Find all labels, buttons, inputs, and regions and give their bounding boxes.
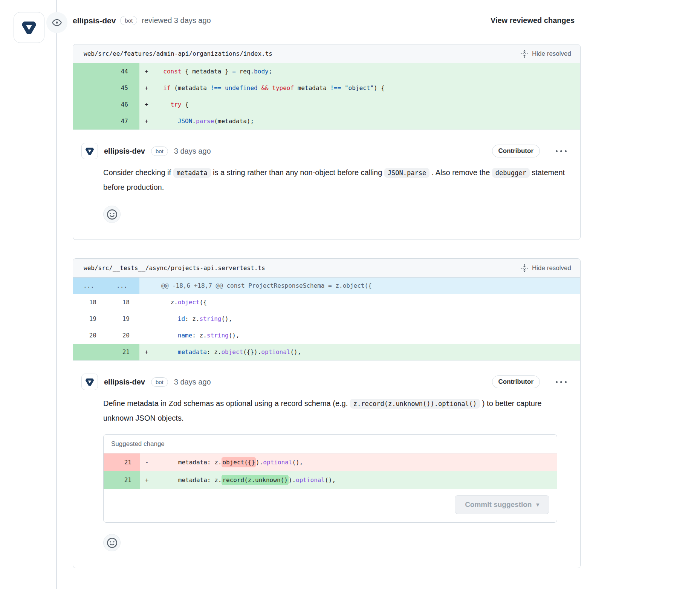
diff-sign: - <box>140 453 156 471</box>
hunk-gutter-new: ... <box>106 278 139 294</box>
code-line: JSON.parse(metadata); <box>156 113 580 130</box>
line-number-new: 19 <box>106 311 139 327</box>
diff-sign: + <box>139 113 156 130</box>
view-reviewed-changes-link[interactable]: View reviewed changes <box>491 16 575 25</box>
line-number-new: 21 <box>106 344 139 360</box>
suggestion-added-row: 21 + metadata: z.record(z.unknown()).opt… <box>104 471 557 489</box>
line-number: 21 <box>104 471 140 489</box>
review-header: ellipsis-dev bot reviewed 3 days ago Vie… <box>73 16 575 25</box>
review-meta: reviewed 3 days ago <box>142 16 211 25</box>
reaction-row <box>103 534 569 551</box>
kebab-menu-button[interactable] <box>556 150 567 152</box>
line-number-old <box>73 344 106 360</box>
smiley-icon <box>107 538 117 548</box>
code-line: metadata: z.object({}).optional(), <box>156 344 580 360</box>
comment-author[interactable]: ellipsis-dev <box>104 378 145 386</box>
line-number-new: 20 <box>106 327 139 344</box>
bot-badge: bot <box>151 146 168 156</box>
code-line: z.object({ <box>156 294 580 311</box>
hide-resolved-label: Hide resolved <box>532 264 571 272</box>
comment-avatar[interactable] <box>81 143 98 159</box>
review-thread-card: web/src/ee/features/admin-api/organizati… <box>73 44 581 240</box>
reaction-row <box>103 206 569 223</box>
commit-suggestion-label: Commit suggestion <box>465 500 532 509</box>
comment-header: ellipsis-dev bot 3 days ago Contributor <box>81 374 569 390</box>
line-number: 46 <box>73 96 139 113</box>
code-line: name: z.string(), <box>156 327 580 344</box>
suggested-change-label: Suggested change <box>104 435 557 453</box>
comment-body: Define metadata in Zod schemas as option… <box>103 396 569 425</box>
line-number: 44 <box>73 63 139 80</box>
hide-resolved-button[interactable]: Hide resolved <box>521 264 571 272</box>
reviewer-avatar[interactable] <box>14 12 44 43</box>
suggestion-removed-row: 21 - metadata: z.object({}).optional(), <box>104 453 557 471</box>
bot-badge: bot <box>151 377 168 387</box>
code-line: id: z.string(), <box>156 311 580 327</box>
comment-timestamp[interactable]: 3 days ago <box>174 147 211 156</box>
code-line: metadata: z.object({}).optional(), <box>156 453 557 471</box>
diff-row: 47 + JSON.parse(metadata); <box>73 113 580 130</box>
diff-sign: + <box>139 344 156 360</box>
diff-excerpt: ... ... @@ -18,6 +18,7 @@ const ProjectR… <box>73 278 580 361</box>
diff-row: 19 19 id: z.string(), <box>73 311 580 327</box>
comment-header: ellipsis-dev bot 3 days ago Contributor <box>81 143 569 159</box>
hide-resolved-label: Hide resolved <box>532 50 571 58</box>
line-number: 21 <box>104 453 140 471</box>
comment-avatar[interactable] <box>81 374 98 390</box>
diff-sign <box>139 327 156 344</box>
commit-suggestion-button[interactable]: Commit suggestion ▾ <box>455 495 549 514</box>
comment-body: Consider checking if metadata is a strin… <box>103 165 569 194</box>
hunk-gutter-old: ... <box>73 278 106 294</box>
fold-icon <box>521 264 528 272</box>
diff-row: 44 + const { metadata } = req.body; <box>73 63 580 80</box>
review-comment: ellipsis-dev bot 3 days ago Contributor … <box>73 130 580 240</box>
code-line: const { metadata } = req.body; <box>156 63 580 80</box>
diff-row: 21 + metadata: z.object({}).optional(), <box>73 344 580 360</box>
diff-sign <box>139 294 156 311</box>
review-thread-card: web/src/__tests__/async/projects-api.ser… <box>73 258 581 568</box>
smiley-icon <box>107 209 117 220</box>
diff-sign: + <box>139 80 156 96</box>
file-header: web/src/__tests__/async/projects-api.ser… <box>73 259 580 278</box>
diff-row: 46 + try { <box>73 96 580 113</box>
caret-down-icon: ▾ <box>536 501 539 508</box>
contributor-badge: Contributor <box>492 145 540 157</box>
pr-review-timeline: ellipsis-dev bot reviewed 3 days ago Vie… <box>0 0 700 589</box>
reviewer-name[interactable]: ellipsis-dev <box>73 16 116 25</box>
hide-resolved-button[interactable]: Hide resolved <box>521 50 571 58</box>
diff-sign: + <box>139 96 156 113</box>
line-number: 45 <box>73 80 139 96</box>
diff-row: 18 18 z.object({ <box>73 294 580 311</box>
suggested-change-block: Suggested change 21 - metadata: z.object… <box>103 434 557 523</box>
file-path-link[interactable]: web/src/__tests__/async/projects-api.ser… <box>84 264 265 272</box>
line-number-old: 18 <box>73 294 106 311</box>
kebab-menu-button[interactable] <box>556 381 567 383</box>
comment-author[interactable]: ellipsis-dev <box>104 147 145 156</box>
code-line: metadata: z.record(z.unknown()).optional… <box>156 471 557 489</box>
diff-row: 20 20 name: z.string(), <box>73 327 580 344</box>
line-number-old: 19 <box>73 311 106 327</box>
diff-sign: + <box>139 63 156 80</box>
file-header: web/src/ee/features/admin-api/organizati… <box>73 44 580 63</box>
diff-row: 45 + if (metadata !== undefined && typeo… <box>73 80 580 96</box>
ellipsis-logo-icon <box>19 18 39 37</box>
bot-badge: bot <box>120 16 137 25</box>
timeline-line <box>56 0 57 589</box>
code-line: if (metadata !== undefined && typeof met… <box>156 80 580 96</box>
review-comment: ellipsis-dev bot 3 days ago Contributor … <box>73 361 580 568</box>
line-number-new: 18 <box>106 294 139 311</box>
hunk-header-text: @@ -18,6 +18,7 @@ const ProjectResponseS… <box>139 278 580 294</box>
diff-sign <box>139 311 156 327</box>
comment-timestamp[interactable]: 3 days ago <box>174 378 211 386</box>
ellipsis-logo-icon <box>84 145 95 157</box>
file-path-link[interactable]: web/src/ee/features/admin-api/organizati… <box>84 50 272 57</box>
hunk-header-row: ... ... @@ -18,6 +18,7 @@ const ProjectR… <box>73 278 580 294</box>
contributor-badge: Contributor <box>492 375 540 388</box>
add-reaction-button[interactable] <box>103 206 121 223</box>
add-reaction-button[interactable] <box>103 534 121 551</box>
eye-icon <box>52 17 62 28</box>
diff-excerpt: 44 + const { metadata } = req.body; 45 +… <box>73 63 580 130</box>
diff-sign: + <box>140 471 156 489</box>
fold-icon <box>521 50 528 58</box>
ellipsis-logo-icon <box>84 376 95 388</box>
